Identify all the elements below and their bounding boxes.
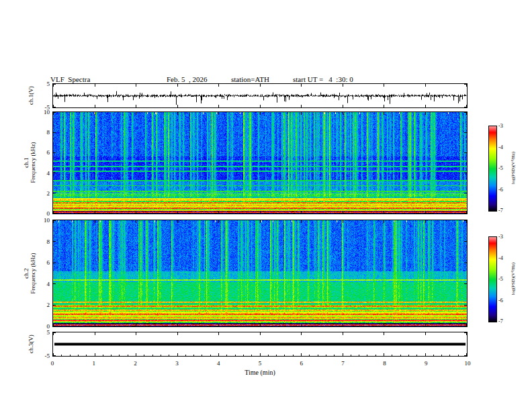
x-tick-label: 9 [425,360,428,367]
ch3-waveform-canvas [53,332,467,356]
x-tick-label: 1 [93,360,96,367]
y-tick-label: 6 [35,149,50,156]
y-tick-label: 4 [35,170,50,177]
x-tick-label: 0 [51,360,54,367]
colorbar-tick-label: -3 [498,123,503,129]
ch1-spectrogram-panel [52,111,468,214]
time-axis-label: Time (min) [245,369,275,376]
y-tick-label: 8 [35,238,50,245]
colorbar-tick-label: -4 [498,144,503,150]
ch1-frequency-axis-label: ch.1 Frequency (kHz) [23,142,36,183]
ch2-frequency-axis-label: ch.2 Frequency (kHz) [23,253,36,293]
colorbar-tick-label: -6 [498,297,503,303]
ch3-voltage-axis-label: ch.3(V) [28,334,34,353]
colorbar-tick-label: -3 [498,234,503,240]
y-tick-label: 2 [35,190,50,197]
colorbar-tick-label: -7 [498,208,503,214]
x-tick-label: 2 [134,360,137,367]
figure-title: VLF Spectra [50,75,90,83]
y-tick-label: 5 [35,329,50,336]
colorbar-tick-label: -6 [498,186,503,192]
x-tick-label: 3 [175,360,179,367]
x-tick-label: 5 [259,360,262,367]
figure-station: station=ATH [231,75,269,83]
x-tick-label: 6 [300,360,304,367]
y-tick-label: 5 [35,81,50,87]
y-tick-label: 6 [35,259,50,266]
y-tick-label: 0 [35,210,50,217]
ch3-waveform-panel [52,332,468,357]
ch1-waveform-canvas [53,84,467,107]
x-tick-label: 4 [217,360,220,367]
y-tick-label: 4 [35,281,50,287]
colorbar-ch1-label: log(PSD)(V²/Hz) [510,152,517,184]
y-tick-label: -5 [35,353,50,359]
y-tick-label: 2 [35,302,50,308]
ch1-voltage-axis-label: ch.1(V) [28,86,34,105]
figure-start-ut: start UT = 4 :30: 0 [293,75,353,83]
y-tick-label: 10 [35,109,50,116]
x-tick-label: 8 [383,360,386,367]
ch1-spectrogram-canvas [53,112,467,214]
ch2-spectrogram-canvas [53,220,467,326]
colorbar-ch1 [488,126,497,212]
x-tick-label: 10 [465,360,471,367]
colorbar-tick-label: -5 [498,165,503,171]
vlf-spectra-figure: VLF Spectra Feb. 5 , 2026 station=ATH st… [0,0,532,411]
colorbar-tick-label: -7 [498,318,503,324]
colorbar-ch2 [488,236,497,322]
colorbar-tick-label: -4 [498,255,503,261]
x-tick-label: 7 [341,360,345,367]
figure-date: Feb. 5 , 2026 [167,75,208,83]
ch1-waveform-panel [52,83,468,108]
colorbar-tick-label: -5 [498,276,503,282]
ch2-spectrogram-panel [52,220,468,327]
y-tick-label: 8 [35,129,50,136]
y-tick-label: 10 [35,217,50,224]
colorbar-ch2-label: log(PSD)(V²/Hz) [510,263,517,295]
